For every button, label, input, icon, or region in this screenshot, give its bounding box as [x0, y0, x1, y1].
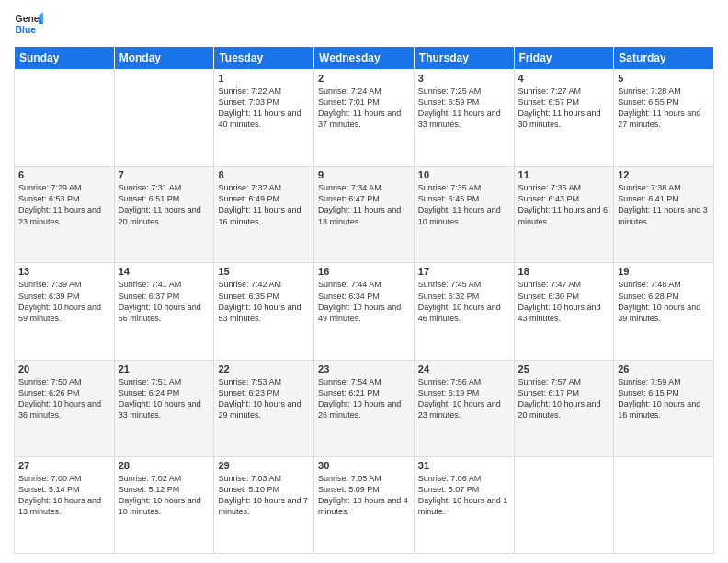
day-number: 25	[518, 363, 610, 374]
day-number: 13	[18, 266, 110, 277]
day-number: 18	[518, 266, 610, 277]
day-number: 10	[418, 169, 510, 180]
cell-content: Sunrise: 7:00 AMSunset: 5:14 PMDaylight:…	[18, 473, 110, 518]
day-number: 7	[119, 169, 210, 180]
day-number: 6	[18, 169, 110, 180]
calendar-cell: 17Sunrise: 7:45 AMSunset: 6:32 PMDayligh…	[414, 263, 514, 360]
calendar-week-row: 6Sunrise: 7:29 AMSunset: 6:53 PMDaylight…	[15, 167, 714, 263]
calendar-cell: 30Sunrise: 7:05 AMSunset: 5:09 PMDayligh…	[314, 456, 415, 553]
cell-content: Sunrise: 7:36 AMSunset: 6:43 PMDaylight:…	[518, 182, 610, 227]
calendar-cell	[514, 456, 614, 553]
day-number: 17	[418, 266, 510, 277]
header-thursday: Thursday	[414, 47, 514, 70]
calendar-cell: 16Sunrise: 7:44 AMSunset: 6:34 PMDayligh…	[314, 263, 415, 360]
calendar-cell: 24Sunrise: 7:56 AMSunset: 6:19 PMDayligh…	[414, 360, 514, 456]
day-number: 23	[318, 363, 410, 374]
calendar-cell: 20Sunrise: 7:50 AMSunset: 6:26 PMDayligh…	[15, 360, 115, 456]
calendar-cell: 10Sunrise: 7:35 AMSunset: 6:45 PMDayligh…	[414, 167, 514, 263]
cell-content: Sunrise: 7:22 AMSunset: 7:03 PMDaylight:…	[218, 86, 310, 131]
cell-content: Sunrise: 7:59 AMSunset: 6:15 PMDaylight:…	[618, 376, 710, 421]
cell-content: Sunrise: 7:41 AMSunset: 6:37 PMDaylight:…	[119, 279, 210, 324]
calendar-week-row: 13Sunrise: 7:39 AMSunset: 6:39 PMDayligh…	[15, 263, 714, 360]
calendar-cell: 27Sunrise: 7:00 AMSunset: 5:14 PMDayligh…	[15, 456, 115, 553]
cell-content: Sunrise: 7:38 AMSunset: 6:41 PMDaylight:…	[618, 182, 710, 227]
calendar-cell: 25Sunrise: 7:57 AMSunset: 6:17 PMDayligh…	[514, 360, 614, 456]
cell-content: Sunrise: 7:34 AMSunset: 6:47 PMDaylight:…	[318, 182, 410, 227]
day-number: 11	[518, 169, 610, 180]
svg-text:Blue: Blue	[16, 25, 37, 35]
calendar-cell	[15, 70, 115, 167]
calendar-cell: 22Sunrise: 7:53 AMSunset: 6:23 PMDayligh…	[214, 360, 314, 456]
day-number: 27	[18, 460, 110, 471]
cell-content: Sunrise: 7:29 AMSunset: 6:53 PMDaylight:…	[18, 182, 110, 227]
day-number: 8	[218, 169, 310, 180]
calendar-cell	[114, 70, 214, 167]
day-number: 12	[618, 169, 710, 180]
calendar-cell: 9Sunrise: 7:34 AMSunset: 6:47 PMDaylight…	[314, 167, 415, 263]
cell-content: Sunrise: 7:27 AMSunset: 6:57 PMDaylight:…	[518, 86, 610, 131]
calendar-week-row: 1Sunrise: 7:22 AMSunset: 7:03 PMDaylight…	[15, 70, 714, 167]
day-number: 31	[418, 460, 510, 471]
cell-content: Sunrise: 7:25 AMSunset: 6:59 PMDaylight:…	[418, 86, 510, 131]
day-number: 21	[119, 363, 210, 374]
cell-content: Sunrise: 7:35 AMSunset: 6:45 PMDaylight:…	[418, 182, 510, 227]
header-sunday: Sunday	[15, 47, 115, 70]
cell-content: Sunrise: 7:03 AMSunset: 5:10 PMDaylight:…	[218, 473, 310, 518]
calendar-week-row: 27Sunrise: 7:00 AMSunset: 5:14 PMDayligh…	[15, 456, 714, 553]
page: General Blue Sunday Monday Tuesday Wedne…	[0, 0, 728, 563]
calendar-cell: 31Sunrise: 7:06 AMSunset: 5:07 PMDayligh…	[414, 456, 514, 553]
cell-content: Sunrise: 7:53 AMSunset: 6:23 PMDaylight:…	[218, 376, 310, 421]
day-number: 1	[218, 73, 310, 84]
calendar-cell: 23Sunrise: 7:54 AMSunset: 6:21 PMDayligh…	[314, 360, 415, 456]
cell-content: Sunrise: 7:56 AMSunset: 6:19 PMDaylight:…	[418, 376, 510, 421]
day-number: 29	[218, 460, 310, 471]
day-number: 28	[119, 460, 210, 471]
day-number: 3	[418, 73, 510, 84]
calendar-cell	[614, 456, 714, 553]
cell-content: Sunrise: 7:47 AMSunset: 6:30 PMDaylight:…	[518, 279, 610, 324]
calendar-table: Sunday Monday Tuesday Wednesday Thursday…	[14, 46, 714, 554]
cell-content: Sunrise: 7:57 AMSunset: 6:17 PMDaylight:…	[518, 376, 610, 421]
day-number: 20	[18, 363, 110, 374]
cell-content: Sunrise: 7:31 AMSunset: 6:51 PMDaylight:…	[119, 182, 210, 227]
header-saturday: Saturday	[614, 47, 714, 70]
day-number: 15	[218, 266, 310, 277]
cell-content: Sunrise: 7:02 AMSunset: 5:12 PMDaylight:…	[119, 473, 210, 518]
day-number: 4	[518, 73, 610, 84]
cell-content: Sunrise: 7:42 AMSunset: 6:35 PMDaylight:…	[218, 279, 310, 324]
day-number: 30	[318, 460, 410, 471]
calendar-cell: 2Sunrise: 7:24 AMSunset: 7:01 PMDaylight…	[314, 70, 415, 167]
calendar-cell: 19Sunrise: 7:48 AMSunset: 6:28 PMDayligh…	[614, 263, 714, 360]
day-number: 14	[119, 266, 210, 277]
day-number: 16	[318, 266, 410, 277]
cell-content: Sunrise: 7:54 AMSunset: 6:21 PMDaylight:…	[318, 376, 410, 421]
day-number: 26	[618, 363, 710, 374]
day-number: 24	[418, 363, 510, 374]
calendar-cell: 29Sunrise: 7:03 AMSunset: 5:10 PMDayligh…	[214, 456, 314, 553]
calendar-cell: 4Sunrise: 7:27 AMSunset: 6:57 PMDaylight…	[514, 70, 614, 167]
cell-content: Sunrise: 7:44 AMSunset: 6:34 PMDaylight:…	[318, 279, 410, 324]
header-tuesday: Tuesday	[214, 47, 314, 70]
logo: General Blue	[14, 9, 43, 39]
cell-content: Sunrise: 7:48 AMSunset: 6:28 PMDaylight:…	[618, 279, 710, 324]
calendar-cell: 11Sunrise: 7:36 AMSunset: 6:43 PMDayligh…	[514, 167, 614, 263]
calendar-cell: 12Sunrise: 7:38 AMSunset: 6:41 PMDayligh…	[614, 167, 714, 263]
header-monday: Monday	[114, 47, 214, 70]
calendar-cell: 5Sunrise: 7:28 AMSunset: 6:55 PMDaylight…	[614, 70, 714, 167]
header-friday: Friday	[514, 47, 614, 70]
cell-content: Sunrise: 7:32 AMSunset: 6:49 PMDaylight:…	[218, 182, 310, 227]
logo-icon: General Blue	[14, 9, 43, 39]
header-wednesday: Wednesday	[314, 47, 415, 70]
calendar-cell: 14Sunrise: 7:41 AMSunset: 6:37 PMDayligh…	[114, 263, 214, 360]
cell-content: Sunrise: 7:06 AMSunset: 5:07 PMDaylight:…	[418, 473, 510, 518]
calendar-cell: 6Sunrise: 7:29 AMSunset: 6:53 PMDaylight…	[15, 167, 115, 263]
calendar-cell: 26Sunrise: 7:59 AMSunset: 6:15 PMDayligh…	[614, 360, 714, 456]
day-number: 19	[618, 266, 710, 277]
cell-content: Sunrise: 7:05 AMSunset: 5:09 PMDaylight:…	[318, 473, 410, 518]
calendar-cell: 3Sunrise: 7:25 AMSunset: 6:59 PMDaylight…	[414, 70, 514, 167]
cell-content: Sunrise: 7:50 AMSunset: 6:26 PMDaylight:…	[18, 376, 110, 421]
cell-content: Sunrise: 7:45 AMSunset: 6:32 PMDaylight:…	[418, 279, 510, 324]
day-number: 2	[318, 73, 410, 84]
day-number: 9	[318, 169, 410, 180]
cell-content: Sunrise: 7:28 AMSunset: 6:55 PMDaylight:…	[618, 86, 710, 131]
